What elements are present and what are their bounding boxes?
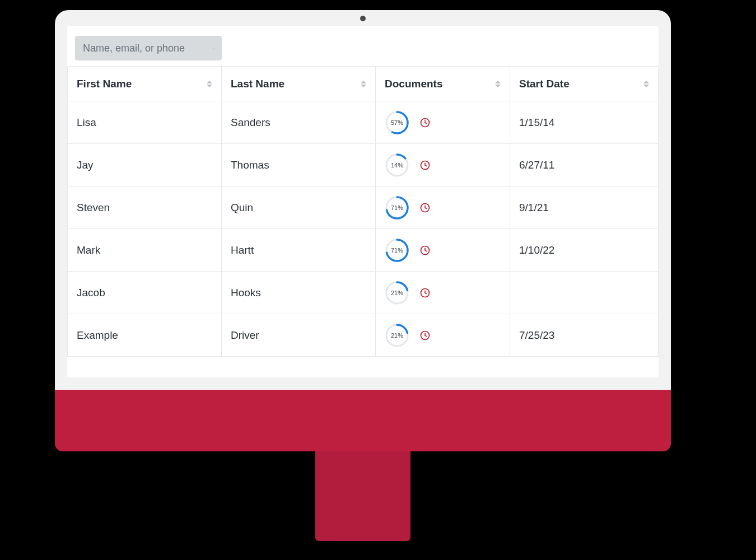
progress-ring: 71% (385, 238, 409, 263)
svg-point-0 (213, 48, 213, 48)
cell-start-date: 1/15/14 (510, 101, 659, 144)
cell-last-name: Quin (222, 186, 376, 229)
clock-icon (419, 287, 431, 298)
cell-documents: 21% (376, 272, 510, 314)
cell-start-date: 9/1/21 (510, 186, 659, 229)
clock-icon (419, 245, 431, 256)
cell-documents: 71% (376, 186, 510, 229)
progress-percent-label: 21% (385, 323, 409, 348)
table-row[interactable]: JacobHooks21% (68, 272, 659, 314)
progress-percent-label: 14% (385, 153, 409, 178)
progress-ring: 71% (385, 195, 409, 220)
clock-icon (419, 330, 431, 341)
cell-first-name: Example (68, 314, 222, 357)
col-header-label: Start Date (519, 78, 570, 90)
drivers-table: First Name Last Name Documents Star (67, 66, 659, 357)
monitor-chin (55, 390, 671, 451)
table-row[interactable]: JayThomas14%6/27/11 (68, 144, 659, 186)
search-field-wrap[interactable] (75, 36, 222, 60)
cell-start-date: 6/27/11 (510, 144, 659, 186)
monitor-stand (315, 451, 410, 541)
progress-percent-label: 57% (385, 110, 409, 135)
search-icon (213, 43, 214, 54)
cell-documents: 14% (376, 144, 510, 186)
col-header-start-date[interactable]: Start Date (510, 67, 659, 101)
col-header-label: First Name (77, 78, 132, 90)
clock-icon (419, 202, 431, 213)
table-row[interactable]: LisaSanders57%1/15/14 (68, 101, 659, 144)
cell-last-name: Hartt (222, 229, 376, 272)
cell-documents: 21% (376, 314, 510, 357)
cell-documents: 57% (376, 101, 510, 144)
cell-start-date: 1/10/22 (510, 229, 659, 272)
cell-documents: 71% (376, 229, 510, 272)
sort-icon[interactable] (361, 81, 367, 87)
clock-icon (419, 160, 431, 171)
table-row[interactable]: ExampleDriver21%7/25/23 (68, 314, 659, 357)
cell-last-name: Sanders (222, 101, 376, 144)
col-header-documents[interactable]: Documents (376, 67, 510, 101)
sort-icon[interactable] (495, 81, 502, 87)
sort-icon[interactable] (643, 81, 650, 87)
progress-ring: 21% (385, 281, 409, 305)
sort-icon[interactable] (207, 81, 213, 87)
clock-icon (419, 117, 431, 128)
cell-first-name: Steven (68, 186, 222, 229)
table-row[interactable]: MarkHartt71%1/10/22 (68, 229, 659, 272)
progress-ring: 57% (385, 110, 409, 135)
table-header-row: First Name Last Name Documents Star (68, 67, 659, 101)
col-header-label: Last Name (231, 78, 284, 90)
progress-ring: 14% (385, 153, 409, 178)
cell-last-name: Driver (222, 314, 376, 357)
camera-dot-icon (360, 16, 366, 21)
progress-percent-label: 21% (385, 281, 409, 305)
search-input[interactable] (83, 43, 213, 54)
cell-first-name: Lisa (68, 101, 222, 144)
app-screen: First Name Last Name Documents Star (67, 26, 659, 377)
cell-first-name: Jacob (68, 272, 222, 314)
col-header-first-name[interactable]: First Name (68, 67, 222, 101)
progress-percent-label: 71% (385, 195, 409, 220)
table-row[interactable]: StevenQuin71%9/1/21 (68, 186, 659, 229)
cell-first-name: Jay (68, 144, 222, 186)
progress-ring: 21% (385, 323, 409, 348)
progress-percent-label: 71% (385, 238, 409, 263)
cell-first-name: Mark (68, 229, 222, 272)
imac-frame: First Name Last Name Documents Star (55, 10, 671, 541)
monitor-bezel: First Name Last Name Documents Star (55, 10, 671, 390)
cell-start-date: 7/25/23 (510, 314, 659, 357)
col-header-last-name[interactable]: Last Name (222, 67, 376, 101)
cell-last-name: Thomas (222, 144, 376, 186)
cell-last-name: Hooks (222, 272, 376, 314)
cell-start-date (510, 272, 659, 314)
col-header-label: Documents (385, 78, 442, 90)
